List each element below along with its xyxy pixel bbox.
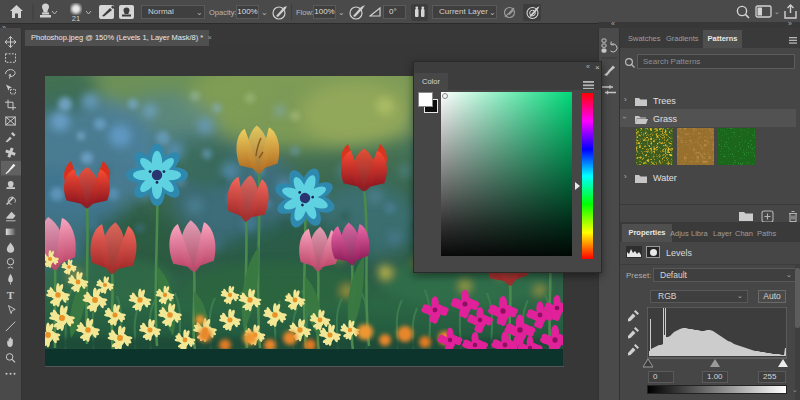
svg-text:T: T bbox=[7, 289, 15, 301]
svg-text:21: 21 bbox=[72, 14, 80, 23]
